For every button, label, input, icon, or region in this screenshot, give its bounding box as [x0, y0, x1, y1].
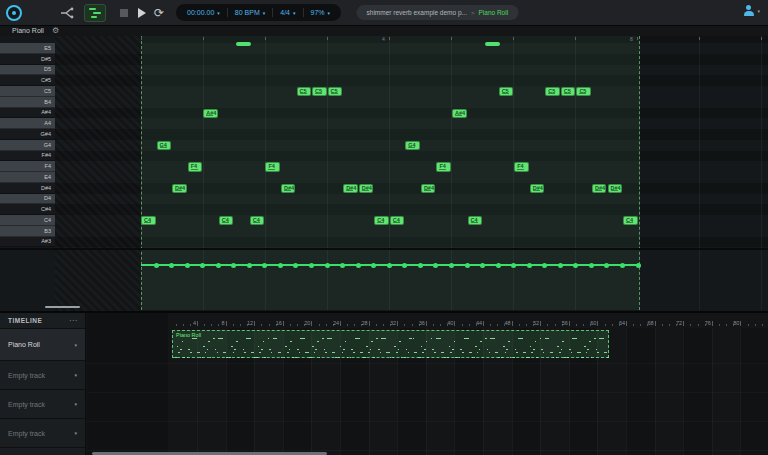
midi-note[interactable]: A#4 [203, 109, 218, 118]
velocity-dot[interactable] [154, 263, 159, 268]
midi-note[interactable]: D#4 [281, 184, 296, 193]
piano-key-G4[interactable]: G4 [0, 140, 55, 151]
velocity-dot[interactable] [511, 263, 516, 268]
piano-roll-tool-button[interactable] [84, 4, 106, 22]
velocity-dot[interactable] [542, 263, 547, 268]
velocity-dot[interactable] [496, 263, 501, 268]
velocity-dot[interactable] [465, 263, 470, 268]
piano-key-D#4[interactable]: D#4 [0, 183, 55, 194]
velocity-dot[interactable] [573, 263, 578, 268]
midi-note[interactable]: C5 [312, 87, 327, 96]
velocity-dot[interactable] [589, 263, 594, 268]
midi-note[interactable]: C5 [297, 87, 312, 96]
piano-key-B4[interactable]: B4 [0, 97, 55, 108]
midi-note[interactable]: D#4 [530, 184, 545, 193]
zoom-display[interactable]: 97%▾ [304, 9, 338, 16]
piano-key-F4[interactable]: F4 [0, 161, 55, 172]
piano-key-D5[interactable]: D5 [0, 65, 55, 76]
velocity-dot[interactable] [527, 263, 532, 268]
midi-note[interactable]: F4 [436, 162, 451, 171]
app-logo-icon[interactable] [6, 5, 22, 21]
velocity-dot[interactable] [433, 263, 438, 268]
velocity-dot[interactable] [200, 263, 205, 268]
play-button[interactable] [138, 3, 146, 23]
velocity-dot[interactable] [169, 263, 174, 268]
piano-key-D4[interactable]: D4 [0, 194, 55, 205]
midi-note[interactable]: D#4 [421, 184, 436, 193]
velocity-dot[interactable] [185, 263, 190, 268]
chevron-down-icon[interactable]: ▾ [74, 430, 77, 436]
velocity-dot[interactable] [262, 263, 267, 268]
more-options-icon[interactable]: ⋯ [69, 318, 77, 324]
midi-note[interactable]: D#4 [343, 184, 358, 193]
velocity-dot[interactable] [480, 263, 485, 268]
piano-key-A#3[interactable]: A#3 [0, 237, 55, 248]
velocity-dot[interactable] [636, 263, 641, 268]
piano-key-C#5[interactable]: C#5 [0, 75, 55, 86]
piano-key-B3[interactable]: B3 [0, 226, 55, 237]
track-piano-roll[interactable]: Piano Roll▾ [0, 329, 85, 361]
timeline-lanes[interactable]: 48121620242832364044485256606468727680 P… [87, 313, 768, 455]
chevron-down-icon[interactable]: ▾ [74, 401, 77, 407]
time-signature-display[interactable]: 4/4▾ [273, 9, 302, 16]
stop-button[interactable] [120, 3, 128, 23]
midi-note[interactable]: C4 [374, 216, 389, 225]
midi-note[interactable]: C5 [328, 87, 343, 96]
midi-note[interactable]: G4 [405, 141, 420, 150]
velocity-dot[interactable] [340, 263, 345, 268]
velocity-dot[interactable] [325, 263, 330, 268]
timeline-clip-piano-roll[interactable]: Piano Roll [172, 330, 609, 358]
midi-note[interactable]: C4 [390, 216, 405, 225]
velocity-dot[interactable] [418, 263, 423, 268]
midi-note[interactable]: F4 [514, 162, 529, 171]
bpm-display[interactable]: 80 BPM▾ [228, 9, 272, 16]
midi-note[interactable]: D#4 [608, 184, 623, 193]
midi-note[interactable]: C4 [623, 216, 638, 225]
midi-note[interactable]: C4 [219, 216, 234, 225]
velocity-dot[interactable] [278, 263, 283, 268]
midi-note[interactable]: F4 [188, 162, 203, 171]
velocity-dot[interactable] [558, 263, 563, 268]
velocity-dot[interactable] [402, 263, 407, 268]
velocity-dot[interactable] [247, 263, 252, 268]
midi-note[interactable]: G4 [157, 141, 172, 150]
midi-note[interactable]: C4 [468, 216, 483, 225]
track-empty-track[interactable]: Empty track▾ [0, 390, 85, 419]
midi-note[interactable]: C4 [141, 216, 156, 225]
velocity-dot[interactable] [231, 263, 236, 268]
velocity-dot[interactable] [387, 263, 392, 268]
piano-key-G#4[interactable]: G#4 [0, 129, 55, 140]
midi-note[interactable]: D#4 [592, 184, 607, 193]
loop-button[interactable]: ⟳ [154, 3, 164, 23]
piano-key-C5[interactable]: C5 [0, 86, 55, 97]
piano-key-E4[interactable]: E4 [0, 172, 55, 183]
piano-roll-scrollbar[interactable] [45, 306, 80, 308]
piano-key-A#4[interactable]: A#4 [0, 108, 55, 119]
midi-note[interactable]: A#4 [452, 109, 467, 118]
velocity-dot[interactable] [371, 263, 376, 268]
midi-note[interactable]: F4 [265, 162, 280, 171]
velocity-dot[interactable] [309, 263, 314, 268]
midi-note[interactable]: D#4 [359, 184, 374, 193]
velocity-dot[interactable] [620, 263, 625, 268]
track-empty-track[interactable]: Empty track▾ [0, 419, 85, 448]
velocity-dot[interactable] [216, 263, 221, 268]
chevron-down-icon[interactable]: ▾ [74, 372, 77, 378]
piano-key-E5[interactable]: E5 [0, 43, 55, 54]
midi-note[interactable]: C5 [545, 87, 560, 96]
midi-note[interactable]: D#4 [172, 184, 187, 193]
midi-note[interactable]: C5 [499, 87, 514, 96]
piano-key-F#4[interactable]: F#4 [0, 151, 55, 162]
track-empty-track[interactable]: Empty track▾ [0, 361, 85, 390]
velocity-dot[interactable] [356, 263, 361, 268]
midi-note[interactable]: C4 [250, 216, 265, 225]
breadcrumb[interactable]: shimmer reverb example demo p... > Piano… [357, 5, 519, 20]
gear-icon[interactable]: ⚙ [52, 26, 59, 36]
chevron-down-icon[interactable]: ▾ [74, 342, 77, 348]
midi-note[interactable]: C5 [561, 87, 576, 96]
split-tool-icon[interactable] [60, 3, 74, 23]
piano-key-D#5[interactable]: D#5 [0, 54, 55, 65]
ruler-loop-marker[interactable] [236, 42, 251, 46]
piano-key-A4[interactable]: A4 [0, 118, 55, 129]
piano-key-C4[interactable]: C4 [0, 215, 55, 226]
